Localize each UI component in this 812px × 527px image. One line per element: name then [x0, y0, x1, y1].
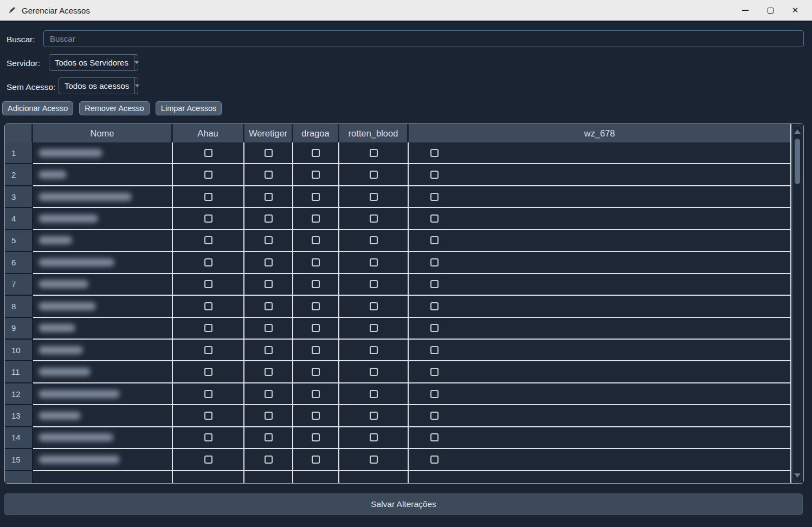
player-name-cell[interactable] [33, 274, 173, 296]
player-name-cell[interactable] [33, 252, 173, 274]
access-checkbox[interactable] [370, 302, 378, 310]
access-checkbox[interactable] [265, 324, 273, 332]
access-checkbox[interactable] [312, 214, 320, 223]
column-header-rotten_blood[interactable]: rotten_blood [339, 124, 409, 142]
server-dropdown-arrow[interactable] [134, 55, 139, 70]
player-name-cell[interactable] [33, 405, 173, 427]
save-changes-button[interactable]: Salvar Alterações [4, 493, 803, 515]
row-number-cell[interactable]: 13 [5, 405, 33, 427]
access-checkbox[interactable] [312, 433, 320, 441]
access-checkbox[interactable] [430, 390, 439, 398]
access-checkbox[interactable] [430, 236, 439, 244]
access-checkbox[interactable] [204, 324, 212, 332]
access-checkbox[interactable] [370, 456, 378, 464]
row-number-cell[interactable]: 6 [5, 252, 33, 274]
close-button[interactable]: ✕ [783, 0, 808, 21]
remove-access-button[interactable]: Remover Acesso [79, 101, 150, 115]
access-checkbox[interactable] [430, 346, 439, 354]
access-checkbox[interactable] [204, 214, 212, 223]
access-checkbox[interactable] [312, 412, 320, 420]
access-checkbox[interactable] [430, 412, 439, 420]
row-number-cell[interactable]: 9 [5, 318, 33, 340]
access-checkbox[interactable] [265, 390, 273, 398]
access-checkbox[interactable] [312, 302, 320, 310]
access-checkbox[interactable] [312, 171, 320, 179]
player-name-cell[interactable] [33, 230, 173, 252]
row-number-cell[interactable]: 12 [5, 383, 33, 405]
access-checkbox[interactable] [265, 171, 273, 179]
access-checkbox[interactable] [204, 302, 212, 310]
access-checkbox[interactable] [265, 258, 273, 266]
search-input[interactable] [43, 30, 804, 47]
access-checkbox[interactable] [370, 236, 378, 244]
access-checkbox[interactable] [370, 280, 378, 288]
clear-access-button[interactable]: Limpar Acessos [156, 101, 222, 115]
access-checkbox[interactable] [312, 368, 320, 376]
player-name-cell[interactable] [33, 449, 173, 471]
access-checkbox[interactable] [204, 258, 212, 266]
player-name-cell[interactable] [33, 186, 173, 208]
access-checkbox[interactable] [265, 368, 273, 376]
access-checkbox[interactable] [312, 149, 320, 157]
access-checkbox[interactable] [312, 258, 320, 266]
access-checkbox[interactable] [430, 456, 439, 464]
player-name-cell[interactable] [33, 208, 173, 230]
access-checkbox[interactable] [370, 346, 378, 354]
access-dropdown-arrow[interactable] [134, 78, 139, 94]
player-name-cell[interactable] [33, 361, 173, 383]
access-checkbox[interactable] [265, 236, 273, 244]
access-checkbox[interactable] [312, 280, 320, 288]
access-checkbox[interactable] [204, 193, 212, 201]
scrollbar-thumb[interactable] [795, 139, 800, 184]
access-checkbox[interactable] [430, 433, 439, 441]
access-checkbox[interactable] [370, 171, 378, 179]
access-checkbox[interactable] [370, 433, 378, 441]
access-checkbox[interactable] [370, 149, 378, 157]
access-checkbox[interactable] [204, 171, 212, 179]
row-number-cell[interactable]: 1 [5, 142, 33, 164]
row-number-cell[interactable]: 11 [5, 361, 33, 383]
access-checkbox[interactable] [265, 346, 273, 354]
access-checkbox[interactable] [312, 324, 320, 332]
column-header-dragoa[interactable]: dragoa [293, 124, 339, 142]
add-access-button[interactable]: Adicionar Acesso [2, 101, 73, 115]
access-checkbox[interactable] [370, 258, 378, 266]
scroll-down-button[interactable] [793, 470, 802, 482]
access-checkbox[interactable] [265, 456, 273, 464]
row-number-cell[interactable]: 7 [5, 274, 33, 296]
column-header-weretiger[interactable]: Weretiger [244, 124, 293, 142]
access-checkbox[interactable] [430, 171, 439, 179]
access-checkbox[interactable] [430, 324, 439, 332]
row-number-cell[interactable]: 4 [5, 208, 33, 230]
column-header-wz_678[interactable]: wz_678 [409, 124, 790, 142]
scroll-up-button[interactable] [793, 126, 802, 138]
access-checkbox[interactable] [430, 258, 439, 266]
access-checkbox[interactable] [370, 390, 378, 398]
access-checkbox[interactable] [312, 193, 320, 201]
access-checkbox[interactable] [204, 433, 212, 441]
access-checkbox[interactable] [370, 412, 378, 420]
row-number-cell[interactable]: 2 [5, 164, 33, 186]
access-checkbox[interactable] [204, 456, 212, 464]
player-name-cell[interactable] [33, 142, 173, 164]
access-checkbox[interactable] [204, 149, 212, 157]
column-header-ahau[interactable]: Ahau [173, 124, 244, 142]
access-checkbox[interactable] [430, 193, 439, 201]
player-name-cell[interactable] [33, 427, 173, 449]
access-dropdown[interactable]: Todos os acessos [59, 77, 138, 94]
access-checkbox[interactable] [204, 368, 212, 376]
access-checkbox[interactable] [430, 280, 439, 288]
access-checkbox[interactable] [370, 214, 378, 223]
access-checkbox[interactable] [430, 302, 439, 310]
player-name-cell[interactable] [33, 318, 173, 340]
vertical-scrollbar[interactable] [790, 124, 803, 483]
access-checkbox[interactable] [265, 214, 273, 223]
row-number-cell[interactable]: 3 [5, 186, 33, 208]
column-header-nome[interactable]: Nome [33, 124, 173, 142]
row-number-cell[interactable] [5, 471, 33, 483]
access-checkbox[interactable] [265, 412, 273, 420]
row-number-cell[interactable]: 15 [5, 449, 33, 471]
player-name-cell[interactable] [33, 340, 173, 361]
column-header-rownum[interactable] [5, 124, 33, 142]
access-checkbox[interactable] [312, 346, 320, 354]
